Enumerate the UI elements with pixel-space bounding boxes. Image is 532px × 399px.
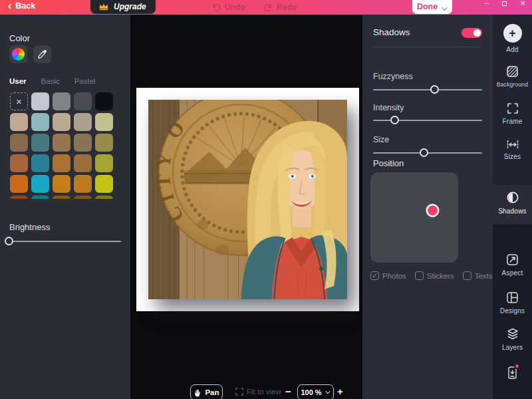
minimize-button[interactable]: – bbox=[484, 0, 489, 7]
tool-add[interactable]: + Add bbox=[493, 24, 532, 53]
back-label: Back bbox=[15, 1, 35, 11]
color-swatch[interactable] bbox=[74, 92, 92, 110]
color-swatch[interactable] bbox=[10, 113, 28, 131]
intensity-label: Intensity bbox=[373, 103, 404, 112]
zoom-in-button[interactable]: + bbox=[337, 386, 343, 397]
color-swatch[interactable] bbox=[95, 196, 113, 199]
color-swatch[interactable] bbox=[74, 134, 92, 152]
filter-texts[interactable]: ✓ Texts bbox=[463, 271, 493, 280]
color-wheel-button[interactable] bbox=[9, 45, 27, 63]
photo-portrait[interactable]: CITY O bbox=[148, 100, 347, 299]
color-swatch[interactable] bbox=[31, 113, 49, 131]
color-swatch[interactable] bbox=[31, 154, 49, 172]
tool-sizes[interactable]: Sizes bbox=[493, 140, 532, 160]
tool-designs[interactable]: Designs bbox=[493, 291, 532, 315]
undo-label: Undo bbox=[225, 3, 245, 12]
chevron-left-icon: ‹ bbox=[8, 1, 11, 11]
contrast-circle-icon bbox=[506, 191, 519, 204]
color-swatch[interactable] bbox=[31, 196, 49, 199]
color-swatch[interactable] bbox=[95, 175, 113, 193]
toolbar-top-section: + Add Background bbox=[493, 15, 532, 185]
swatch-none[interactable]: × bbox=[10, 92, 28, 110]
plus-circle-icon: + bbox=[503, 24, 522, 43]
canvas-bottom-bar: Pan Fit to view − 100 % + bbox=[130, 384, 362, 399]
palette-tabs: User Basic Pastel bbox=[9, 77, 96, 85]
tool-export[interactable] bbox=[493, 366, 532, 380]
color-swatch[interactable] bbox=[95, 113, 113, 131]
filter-photos[interactable]: ✓ Photos bbox=[370, 271, 406, 280]
maximize-button[interactable] bbox=[502, 1, 507, 6]
upgrade-label: Upgrade bbox=[114, 2, 146, 11]
color-swatch[interactable] bbox=[74, 175, 92, 193]
color-swatch[interactable] bbox=[10, 196, 28, 199]
color-swatch[interactable] bbox=[53, 92, 70, 110]
tool-shadows[interactable]: Shadows bbox=[493, 191, 532, 215]
fit-to-view-label: Fit to view bbox=[247, 388, 281, 396]
notification-badge bbox=[514, 363, 520, 369]
eyedropper-icon bbox=[37, 49, 47, 59]
tab-basic[interactable]: Basic bbox=[41, 77, 60, 85]
toggle-knob bbox=[473, 29, 481, 37]
color-swatch[interactable] bbox=[74, 154, 92, 172]
right-toolbar: + Add Background bbox=[493, 15, 532, 399]
tab-user[interactable]: User bbox=[9, 77, 27, 85]
shadow-position-dot[interactable] bbox=[428, 205, 438, 215]
fit-to-view-button[interactable]: Fit to view bbox=[235, 388, 281, 396]
undo-button[interactable]: Undo bbox=[211, 3, 245, 12]
position-label: Position bbox=[373, 158, 404, 168]
pan-button[interactable]: Pan bbox=[190, 384, 223, 399]
intensity-slider-thumb[interactable] bbox=[390, 116, 399, 124]
color-swatch[interactable] bbox=[53, 175, 70, 193]
fuzzyness-slider-thumb[interactable] bbox=[430, 85, 439, 94]
zoom-out-button[interactable]: − bbox=[285, 386, 291, 397]
intensity-slider[interactable] bbox=[373, 120, 482, 121]
stickers-checkbox[interactable]: ✓ bbox=[415, 271, 424, 280]
color-swatch[interactable] bbox=[10, 134, 28, 152]
color-swatch[interactable] bbox=[53, 113, 70, 131]
color-swatch[interactable] bbox=[53, 134, 70, 152]
brightness-slider[interactable] bbox=[9, 241, 121, 242]
tool-background[interactable]: Background bbox=[493, 65, 532, 88]
tool-aspect[interactable]: Aspect bbox=[493, 253, 532, 277]
stickers-label: Stickers bbox=[427, 272, 454, 280]
color-swatch[interactable] bbox=[95, 154, 113, 172]
brightness-slider-thumb[interactable] bbox=[5, 237, 13, 245]
color-swatch[interactable] bbox=[31, 134, 49, 152]
fuzzyness-slider[interactable] bbox=[373, 89, 482, 90]
color-swatch[interactable] bbox=[53, 196, 70, 199]
done-button[interactable]: Done bbox=[412, 0, 452, 14]
hand-pan-icon bbox=[194, 388, 201, 397]
shadow-position-pad[interactable] bbox=[370, 172, 458, 263]
color-swatch[interactable] bbox=[74, 113, 92, 131]
close-button[interactable]: × bbox=[520, 0, 525, 7]
color-swatch[interactable] bbox=[31, 175, 49, 193]
eyedropper-button[interactable] bbox=[33, 45, 51, 63]
size-slider-thumb[interactable] bbox=[420, 148, 428, 157]
back-button[interactable]: ‹ Back bbox=[8, 1, 35, 11]
color-heading: Color bbox=[9, 33, 30, 43]
photos-checkbox[interactable]: ✓ bbox=[370, 271, 379, 280]
color-swatch[interactable] bbox=[95, 92, 113, 110]
tool-layers[interactable]: Layers bbox=[493, 328, 532, 351]
color-swatch[interactable] bbox=[74, 196, 92, 199]
zoom-level-dropdown[interactable]: 100 % bbox=[297, 384, 334, 399]
color-swatch[interactable] bbox=[31, 92, 49, 110]
color-swatch[interactable] bbox=[95, 134, 113, 152]
filter-stickers[interactable]: ✓ Stickers bbox=[415, 271, 454, 280]
tab-pastel[interactable]: Pastel bbox=[74, 77, 96, 85]
tool-frame[interactable]: Frame bbox=[493, 102, 532, 125]
redo-button[interactable]: Redo bbox=[263, 3, 297, 12]
phone-download-icon bbox=[507, 366, 517, 380]
shadows-heading: Shadows bbox=[373, 27, 410, 37]
color-swatch[interactable] bbox=[10, 175, 28, 193]
texts-checkbox[interactable]: ✓ bbox=[463, 271, 471, 280]
upgrade-button[interactable]: Upgrade bbox=[90, 0, 156, 14]
color-swatch[interactable] bbox=[10, 154, 28, 172]
size-slider[interactable] bbox=[373, 152, 482, 154]
divider bbox=[373, 47, 482, 47]
chevron-down-icon bbox=[442, 7, 448, 11]
redo-label: Redo bbox=[277, 3, 297, 12]
canvas-area[interactable]: CITY O bbox=[130, 15, 362, 399]
shadows-toggle[interactable] bbox=[462, 28, 482, 38]
color-swatch[interactable] bbox=[53, 154, 70, 172]
